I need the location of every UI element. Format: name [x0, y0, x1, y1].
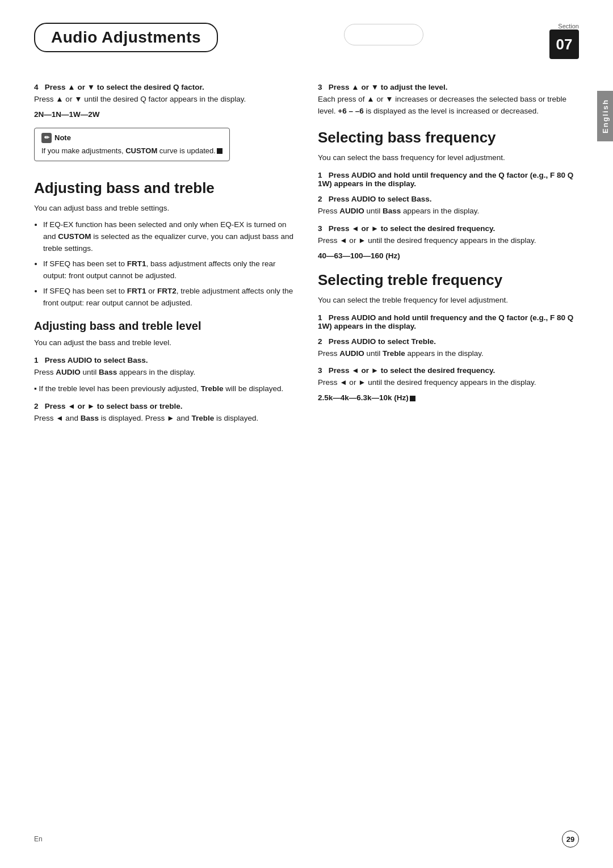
bass-step3-body: Press ◄ or ► until the desired frequency… — [318, 235, 579, 247]
bass-freq-title: Selecting bass frequency — [318, 129, 579, 146]
step4-values: 2N—1N—1W—2W — [34, 110, 295, 119]
page-number: 29 — [562, 831, 579, 848]
right-step3-heading: 3 Press ▲ or ▼ to adjust the level. — [318, 83, 579, 91]
main-section-title: Adjusting bass and treble — [34, 179, 295, 197]
treble-intro: You can select the treble frequency for … — [318, 295, 579, 307]
step1-heading: 1 Press AUDIO to select Bass. — [34, 356, 295, 364]
header-middle — [218, 23, 549, 45]
sub-intro: You can adjust the bass and treble level… — [34, 337, 295, 349]
treble-step2-heading: 2 Press AUDIO to select Treble. — [318, 337, 579, 346]
note-text: If you make adjustments, CUSTOM curve is… — [41, 145, 222, 157]
language-sidebar: English — [597, 91, 613, 141]
list-item: If SFEQ has been set to FRT1 or FRT2, tr… — [43, 286, 295, 309]
bass-step3-heading: 3 Press ◄ or ► to select the desired fre… — [318, 224, 579, 233]
footer-page: 29 — [562, 831, 579, 848]
list-item: If SFEQ has been set to FRT1, bass adjus… — [43, 258, 295, 282]
note-box: ✏ Note If you make adjustments, CUSTOM c… — [34, 128, 230, 162]
bass-step2-body: Press AUDIO until Bass appears in the di… — [318, 206, 579, 217]
left-column: 4 Press ▲ or ▼ to select the desired Q f… — [34, 76, 295, 429]
treble-step1-heading: 1 Press AUDIO and hold until frequency a… — [318, 313, 579, 330]
language-label: English — [601, 99, 610, 133]
content: 4 Press ▲ or ▼ to select the desired Q f… — [34, 76, 579, 429]
step4-body: Press ▲ or ▼ until the desired Q factor … — [34, 94, 295, 106]
bass-values: 40—63—100—160 (Hz) — [318, 251, 579, 260]
bass-intro: You can select the bass frequency for le… — [318, 152, 579, 164]
right-step3-body: Each press of ▲ or ▼ increases or decrea… — [318, 94, 579, 118]
step1-note: ▪ If the treble level has been previousl… — [34, 383, 295, 395]
step2-heading: 2 Press ◄ or ► to select bass or treble. — [34, 402, 295, 410]
top-oval — [344, 24, 423, 45]
treble-step3-heading: 3 Press ◄ or ► to select the desired fre… — [318, 366, 579, 375]
title-box: Audio Adjustments — [34, 23, 218, 52]
bass-step2-heading: 2 Press AUDIO to select Bass. — [318, 195, 579, 203]
main-intro: You can adjust bass and treble settings. — [34, 203, 295, 215]
step1-body: Press AUDIO until Bass appears in the di… — [34, 367, 295, 379]
treble-freq-title: Selecting treble frequency — [318, 271, 579, 289]
section-label: Section — [558, 23, 579, 30]
sub-section-title: Adjusting bass and treble level — [34, 320, 295, 333]
header: Audio Adjustments Section 07 — [34, 23, 579, 59]
step2-body: Press ◄ and Bass is displayed. Press ► a… — [34, 413, 295, 425]
note-title: ✏ Note — [41, 133, 222, 143]
treble-values: 2.5k—4k—6.3k—10k (Hz) — [318, 393, 579, 402]
page: Audio Adjustments Section 07 English 4 P… — [0, 0, 613, 868]
list-item: If EQ-EX function has been selected and … — [43, 219, 295, 255]
footer: En 29 — [0, 831, 613, 848]
section-badge: Section 07 — [549, 23, 579, 59]
treble-step2-body: Press AUDIO until Treble appears in the … — [318, 348, 579, 360]
footer-language: En — [34, 835, 43, 843]
bass-step1-heading: 1 Press AUDIO and hold until frequency a… — [318, 171, 579, 188]
page-title: Audio Adjustments — [51, 28, 201, 47]
right-column: 3 Press ▲ or ▼ to adjust the level. Each… — [318, 76, 579, 429]
treble-step3-body: Press ◄ or ► until the desired frequency… — [318, 377, 579, 389]
bullet-list: If EQ-EX function has been selected and … — [43, 219, 295, 309]
step4-heading: 4 Press ▲ or ▼ to select the desired Q f… — [34, 83, 295, 91]
note-icon: ✏ — [41, 133, 52, 143]
section-number: 07 — [549, 30, 579, 59]
